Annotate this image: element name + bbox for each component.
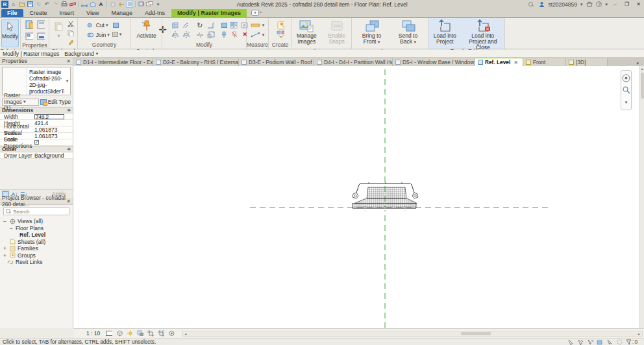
unpin-icon[interactable]: [230, 31, 238, 38]
scale-icon[interactable]: [207, 31, 215, 38]
zoom-tool-icon[interactable]: [622, 86, 630, 94]
revit-logo-icon[interactable]: R: [1, 1, 8, 8]
collapse-icon[interactable]: −: [9, 225, 14, 232]
print-icon[interactable]: [60, 1, 68, 8]
view-tab-3d[interactable]: [3D]: [566, 58, 608, 66]
offset-icon[interactable]: [182, 22, 190, 29]
visual-style-icon[interactable]: [116, 330, 123, 337]
tree-item-sheets[interactable]: Sheets (all): [3, 239, 73, 246]
tab-insert[interactable]: Insert: [54, 9, 80, 17]
draw-layer-value[interactable]: Background: [34, 152, 73, 159]
view-tab-ref-level[interactable]: Ref. Level✕: [475, 58, 523, 66]
view-tab-d3[interactable]: D3-E - Podium Wall - Roof Deck /...: [239, 58, 314, 66]
horizontal-scroll-thumb[interactable]: [461, 332, 491, 335]
array-icon[interactable]: [230, 22, 238, 29]
restore-button[interactable]: ❐: [623, 1, 631, 8]
align-icon[interactable]: [171, 22, 179, 29]
close-hidden-windows-icon[interactable]: [138, 1, 145, 8]
sun-path-icon[interactable]: [126, 330, 134, 337]
tab-file[interactable]: File: [1, 9, 23, 17]
view-tab-front[interactable]: Front: [523, 58, 566, 66]
copy-to-clipboard-icon[interactable]: [67, 29, 75, 37]
modify-tool-button[interactable]: Modify: [1, 19, 19, 47]
tree-item-floor-plans[interactable]: − Floor Plans: [3, 225, 73, 232]
create-similar-icon[interactable]: [277, 30, 284, 38]
trim-extend-icon[interactable]: [207, 22, 215, 29]
open-icon[interactable]: [18, 1, 25, 8]
username[interactable]: st20204859: [549, 1, 577, 8]
width-input[interactable]: [34, 114, 64, 119]
measure-icon[interactable]: [69, 1, 76, 8]
view-tab-d5[interactable]: D5-I - Window Base / Window Head: [393, 58, 475, 66]
panel-label-measure[interactable]: Measure: [247, 42, 268, 49]
sign-in-icon[interactable]: [538, 1, 545, 8]
split-element-icon[interactable]: [196, 31, 204, 38]
redo-icon[interactable]: ↷: [52, 1, 59, 8]
family-types-icon[interactable]: [37, 21, 45, 28]
close-tab-icon[interactable]: ✕: [514, 60, 518, 65]
crop-region-visibility-icon[interactable]: [157, 330, 165, 337]
dimension-tool-button[interactable]: ▾: [251, 30, 265, 39]
view-tab-d2[interactable]: D2-E - Balcony - RHS / External Door: [153, 58, 239, 66]
crop-view-icon[interactable]: [147, 330, 155, 337]
tab-create[interactable]: Create: [24, 9, 53, 17]
drag-on-selection-icon[interactable]: [606, 339, 613, 345]
mirror-axis-icon[interactable]: [182, 31, 190, 38]
model-canvas[interactable]: ▾: [73, 66, 639, 328]
horizontal-scrollbar[interactable]: ◂ ▸: [182, 331, 643, 337]
select-by-face-icon[interactable]: [597, 339, 603, 345]
family-category-icon[interactable]: [25, 32, 33, 40]
aligned-dimension-icon[interactable]: [80, 1, 88, 8]
measure-tool-button[interactable]: ▾: [251, 21, 265, 29]
section-icon[interactable]: [118, 1, 125, 8]
view-scale-button[interactable]: 1 : 10: [86, 330, 100, 337]
expand-icon[interactable]: +: [3, 245, 7, 252]
properties-filter-select[interactable]: Raster Images (1) ▾: [2, 99, 39, 106]
load-into-project-close-button[interactable]: Load intoProject and Close: [463, 19, 503, 47]
browser-search-input[interactable]: [13, 209, 67, 215]
panel-label-geometry[interactable]: Geometry: [78, 42, 130, 49]
vertical-scale-value[interactable]: 1.061873: [34, 133, 73, 139]
close-button[interactable]: ✕: [634, 1, 643, 8]
tab-view[interactable]: View: [80, 9, 105, 17]
bring-to-front-button[interactable]: Bring to Front ▾: [357, 19, 387, 47]
match-type-icon[interactable]: [67, 38, 75, 46]
tab-add-ins[interactable]: Add-Ins: [139, 9, 171, 17]
draw-layer-select[interactable]: Background ▾: [64, 51, 98, 57]
shadows-icon[interactable]: [136, 330, 144, 337]
move-icon[interactable]: ✛: [158, 23, 167, 36]
tree-item-ref-level[interactable]: Ref. Level: [3, 232, 73, 239]
view-tab-d4[interactable]: D4-I - D4-I - Partition Wall Head -...: [314, 58, 393, 66]
join-geometry-button[interactable]: Join▾: [87, 30, 110, 39]
height-value[interactable]: 421.4: [34, 120, 73, 126]
enable-snaps-button[interactable]: PDF EnableSnaps: [324, 19, 351, 47]
load-into-project-button[interactable]: Load intoProject: [430, 19, 460, 47]
select-links-icon[interactable]: [567, 339, 574, 345]
cut-geometry-button[interactable]: Cut▾: [87, 21, 110, 29]
vertical-scroll-thumb[interactable]: [641, 73, 644, 99]
tree-item-families[interactable]: + Families: [3, 245, 73, 252]
select-underlay-icon[interactable]: [577, 339, 584, 345]
thin-lines-icon[interactable]: [126, 1, 133, 8]
beam-joins-icon[interactable]: ▾: [112, 30, 122, 39]
project-browser-close-icon[interactable]: ✕: [66, 198, 71, 204]
detail-level-icon[interactable]: [105, 330, 113, 337]
mirror-project-icon[interactable]: [171, 31, 179, 38]
user-dropdown-icon[interactable]: ▾: [580, 2, 583, 7]
tab-manage[interactable]: Manage: [105, 9, 138, 17]
tab-list-dropdown-icon[interactable]: ▾: [636, 61, 644, 66]
properties-palette-icon[interactable]: [25, 21, 33, 28]
scroll-left-icon[interactable]: ◂: [182, 331, 188, 336]
manage-images-button[interactable]: ManageImages: [293, 19, 320, 47]
type-selector-dropdown-icon[interactable]: ▾: [64, 67, 70, 95]
section-dimensions[interactable]: Dimensions≑: [0, 107, 73, 113]
default-3d-view-icon[interactable]: [109, 1, 116, 8]
create-group-icon[interactable]: [277, 21, 284, 29]
paste-button[interactable]: ▾: [53, 19, 66, 47]
tree-item-revit-links[interactable]: Revit Links: [3, 259, 73, 266]
app-store-icon[interactable]: [586, 1, 593, 8]
steering-wheel-icon[interactable]: [622, 74, 630, 82]
select-pinned-icon[interactable]: [587, 339, 593, 345]
undo-icon[interactable]: ↶: [43, 1, 51, 8]
ribbon-display-toggle-icon[interactable]: [247, 10, 266, 17]
